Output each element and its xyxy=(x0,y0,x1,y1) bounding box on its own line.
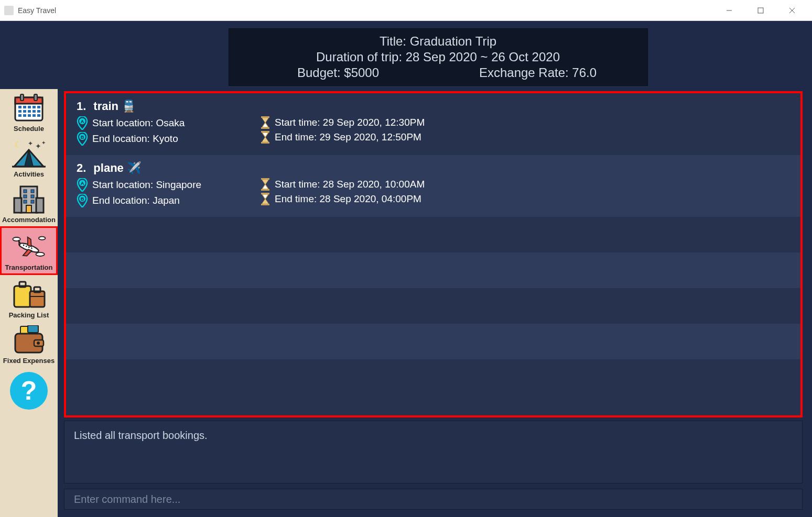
item-mode: train 🚆 xyxy=(93,100,136,113)
svg-text:☾: ☾ xyxy=(14,140,21,149)
svg-rect-14 xyxy=(23,110,26,113)
close-button[interactable] xyxy=(776,0,808,21)
svg-rect-57 xyxy=(28,325,38,333)
sidebar-item-label: Packing List xyxy=(9,311,49,319)
sidebar-item-packing-list[interactable]: Packing List xyxy=(0,276,58,321)
svg-rect-9 xyxy=(23,106,26,108)
sidebar-item-schedule[interactable]: Schedule xyxy=(0,89,58,135)
svg-rect-7 xyxy=(34,94,37,101)
svg-point-60 xyxy=(37,342,40,345)
sidebar: Schedule ☾✦✦✦ Activities Accommodation T… xyxy=(0,89,58,517)
empty-row xyxy=(66,217,800,252)
svg-rect-16 xyxy=(33,110,36,113)
pin-b-icon: B xyxy=(77,194,88,207)
calendar-icon xyxy=(10,92,48,124)
svg-rect-35 xyxy=(24,195,27,198)
svg-rect-11 xyxy=(33,106,36,108)
svg-rect-12 xyxy=(37,106,40,108)
status-message: Listed all transport bookings. xyxy=(64,421,803,483)
svg-rect-19 xyxy=(23,114,26,117)
sidebar-item-label: Fixed Expenses xyxy=(3,357,55,365)
svg-text:B: B xyxy=(81,135,84,140)
sidebar-item-label: Accommodation xyxy=(2,216,56,224)
window-title: Easy Travel xyxy=(18,6,56,15)
mode-emoji-icon: ✈️ xyxy=(127,161,141,174)
tent-icon: ☾✦✦✦ xyxy=(10,138,48,169)
item-number: 1. xyxy=(77,100,86,113)
trip-exchange-rate: Exchange Rate: 76.0 xyxy=(438,65,638,80)
sidebar-item-label: Schedule xyxy=(14,125,44,133)
mode-emoji-icon: 🚆 xyxy=(122,100,136,113)
svg-rect-21 xyxy=(33,114,36,117)
titlebar: Easy Travel xyxy=(0,0,812,21)
svg-marker-45 xyxy=(23,248,32,258)
empty-row xyxy=(66,324,800,359)
help-button[interactable]: ? xyxy=(10,372,48,410)
svg-rect-37 xyxy=(24,200,27,203)
wallet-icon xyxy=(10,324,48,356)
transport-item[interactable]: 1. train 🚆 AStart location: Osaka BEnd l… xyxy=(66,93,800,155)
transport-list-panel: 1. train 🚆 AStart location: Osaka BEnd l… xyxy=(64,91,803,417)
start-location: Start location: Singapore xyxy=(92,179,201,191)
trip-budget: Budget: $5000 xyxy=(239,65,438,80)
svg-text:A: A xyxy=(81,181,84,186)
sidebar-item-activities[interactable]: ☾✦✦✦ Activities xyxy=(0,135,58,180)
pin-a-icon: A xyxy=(77,116,88,130)
svg-rect-53 xyxy=(30,291,45,307)
item-mode: plane ✈️ xyxy=(93,161,141,175)
svg-rect-54 xyxy=(34,287,40,292)
svg-rect-51 xyxy=(14,286,31,307)
svg-point-41 xyxy=(39,237,46,240)
svg-rect-33 xyxy=(24,190,27,193)
maximize-button[interactable] xyxy=(745,0,776,21)
sidebar-item-label: Activities xyxy=(14,170,44,178)
hourglass-end-icon xyxy=(260,193,270,205)
minimize-button[interactable] xyxy=(713,0,745,21)
svg-text:A: A xyxy=(81,119,84,124)
trip-title: Title: Graduation Trip xyxy=(239,34,638,49)
item-number: 2. xyxy=(77,161,86,175)
hourglass-start-icon xyxy=(260,178,270,191)
svg-point-42 xyxy=(36,252,45,256)
hotel-icon xyxy=(10,183,48,215)
svg-rect-5 xyxy=(15,97,42,104)
sidebar-item-accommodation[interactable]: Accommodation xyxy=(0,180,58,226)
svg-rect-17 xyxy=(37,110,40,113)
trip-duration: Duration of trip: 28 Sep 2020 ~ 26 Oct 2… xyxy=(239,50,638,64)
svg-rect-39 xyxy=(26,205,31,213)
start-time: Start time: 29 Sep 2020, 12:30PM xyxy=(275,117,425,128)
sidebar-item-label: Transportation xyxy=(5,263,52,271)
svg-rect-36 xyxy=(31,195,34,198)
empty-row xyxy=(66,288,800,324)
pin-b-icon: B xyxy=(77,132,88,146)
pin-a-icon: A xyxy=(77,178,88,192)
svg-rect-20 xyxy=(28,114,31,117)
end-time: End time: 29 Sep 2020, 12:50PM xyxy=(275,131,421,143)
svg-rect-15 xyxy=(28,110,31,113)
app-icon xyxy=(4,6,14,15)
svg-rect-38 xyxy=(31,200,34,203)
start-location: Start location: Osaka xyxy=(92,117,185,129)
start-time: Start time: 28 Sep 2020, 10:00AM xyxy=(275,179,425,190)
luggage-icon xyxy=(10,279,48,310)
svg-rect-31 xyxy=(14,198,21,213)
airplane-icon xyxy=(10,231,48,262)
svg-rect-52 xyxy=(19,282,26,287)
sidebar-item-transportation[interactable]: Transportation xyxy=(0,226,58,275)
transport-item[interactable]: 2. plane ✈️ AStart location: Singapore B… xyxy=(66,155,800,217)
svg-text:✦: ✦ xyxy=(28,140,33,147)
hourglass-end-icon xyxy=(260,131,270,144)
end-location: End location: Japan xyxy=(92,195,180,206)
end-location: End location: Kyoto xyxy=(92,133,178,145)
end-time: End time: 28 Sep 2020, 04:00PM xyxy=(275,193,421,205)
svg-text:B: B xyxy=(81,196,84,202)
svg-rect-8 xyxy=(18,106,21,108)
svg-rect-6 xyxy=(20,94,24,101)
command-input[interactable] xyxy=(64,489,803,510)
svg-rect-13 xyxy=(18,110,21,113)
sidebar-item-fixed-expenses[interactable]: Fixed Expenses xyxy=(0,321,58,367)
svg-rect-32 xyxy=(36,198,44,213)
hourglass-start-icon xyxy=(260,116,270,129)
svg-rect-1 xyxy=(758,8,763,13)
svg-text:✦: ✦ xyxy=(35,142,41,150)
